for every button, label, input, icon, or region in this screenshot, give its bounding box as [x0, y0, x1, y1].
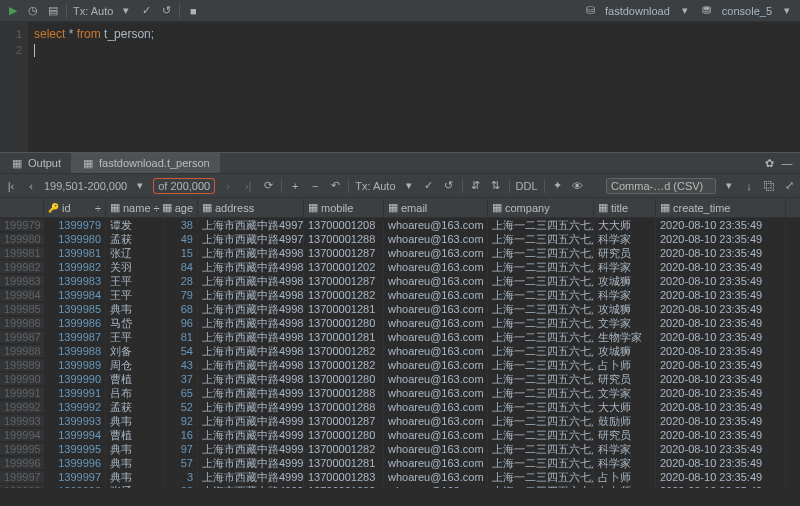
cell-address[interactable]: 上海市西藏中路4999!: [198, 400, 304, 415]
table-row[interactable]: 1999951399995典韦97上海市西藏中路4999!13700001282…: [0, 442, 800, 456]
cell-age[interactable]: 96: [164, 317, 198, 329]
cell-age[interactable]: 79: [164, 289, 198, 301]
cell-create-time[interactable]: 2020-08-10 23:35:49: [656, 289, 786, 301]
cell-company[interactable]: 上海一二三四五六七八九!: [488, 274, 594, 289]
cell-name[interactable]: 王平: [106, 274, 164, 289]
schedule-icon[interactable]: ◷: [26, 4, 40, 18]
pin-icon[interactable]: ✦: [551, 179, 565, 193]
cell-id[interactable]: 1399985: [44, 303, 106, 315]
cell-age[interactable]: 81: [164, 331, 198, 343]
stop-icon[interactable]: ■: [186, 4, 200, 18]
cell-name[interactable]: 孟获: [106, 232, 164, 247]
cell-address[interactable]: 上海市西藏中路4997!: [198, 232, 304, 247]
cell-title[interactable]: 鼓励师: [594, 414, 656, 429]
table-row[interactable]: 1999971399997典韦3上海市西藏中路4999!13700001283w…: [0, 470, 800, 484]
cell-create-time[interactable]: 2020-08-10 23:35:49: [656, 317, 786, 329]
cell-title[interactable]: 攻城狮: [594, 274, 656, 289]
tab-output[interactable]: ▦Output: [0, 153, 71, 173]
table-row[interactable]: 1999791399979谭发38上海市西藏中路4997!13700001208…: [0, 218, 800, 232]
cell-email[interactable]: whoareu@163.com: [384, 415, 488, 427]
cell-id[interactable]: 1399991: [44, 387, 106, 399]
table-row[interactable]: 1999881399988刘备54上海市西藏中路4998!13700001282…: [0, 344, 800, 358]
cell-email[interactable]: whoareu@163.com: [384, 457, 488, 469]
col-header-email[interactable]: ▦ email: [384, 198, 488, 217]
table-row[interactable]: 1999901399990曹植37上海市西藏中路4998!13700001280…: [0, 372, 800, 386]
cell-mobile[interactable]: 13700001288: [304, 401, 384, 413]
cell-create-time[interactable]: 2020-08-10 23:35:49: [656, 471, 786, 483]
cell-address[interactable]: 上海市西藏中路4998!: [198, 358, 304, 373]
gear-icon[interactable]: ✿: [763, 156, 777, 170]
cell-name[interactable]: 典韦: [106, 456, 164, 471]
cell-title[interactable]: 研究员: [594, 246, 656, 261]
cell-title[interactable]: 大大师: [594, 218, 656, 233]
cell-name[interactable]: 谭发: [106, 218, 164, 233]
cell-address[interactable]: 上海市西藏中路4997!: [198, 218, 304, 233]
cell-name[interactable]: 王平: [106, 288, 164, 303]
cell-company[interactable]: 上海一二三四五六七八九!: [488, 218, 594, 233]
cell-title[interactable]: 科学家: [594, 442, 656, 457]
table-row[interactable]: 1999841399984王平79上海市西藏中路4998!13700001282…: [0, 288, 800, 302]
cell-company[interactable]: 上海一二三四五六七八九!: [488, 442, 594, 457]
cell-email[interactable]: whoareu@163.com: [384, 233, 488, 245]
tx-mode-label[interactable]: Tx: Auto: [355, 180, 395, 192]
last-page-icon[interactable]: ›|: [241, 179, 255, 193]
cell-title[interactable]: 文学家: [594, 386, 656, 401]
table-row[interactable]: 1999911399991吕布65上海市西藏中路4999!13700001288…: [0, 386, 800, 400]
cell-create-time[interactable]: 2020-08-10 23:35:49: [656, 261, 786, 273]
cell-id[interactable]: 1399982: [44, 261, 106, 273]
cell-name[interactable]: 孟获: [106, 400, 164, 415]
chevron-down-icon[interactable]: ▾: [722, 179, 736, 193]
tab-result[interactable]: ▦fastdownload.t_person: [71, 153, 220, 173]
cell-title[interactable]: 占卜师: [594, 484, 656, 489]
cell-email[interactable]: whoareu@163.com: [384, 261, 488, 273]
delete-row-icon[interactable]: −: [308, 179, 322, 193]
cell-create-time[interactable]: 2020-08-10 23:35:49: [656, 415, 786, 427]
cell-create-time[interactable]: 2020-08-10 23:35:49: [656, 485, 786, 488]
cell-address[interactable]: 上海市西藏中路4998!: [198, 372, 304, 387]
cell-name[interactable]: 关羽: [106, 260, 164, 275]
cell-email[interactable]: whoareu@163.com: [384, 401, 488, 413]
table-row[interactable]: 1999871399987王平81上海市西藏中路4998!13700001281…: [0, 330, 800, 344]
cell-age[interactable]: 16: [164, 429, 198, 441]
cell-title[interactable]: 大大师: [594, 400, 656, 415]
cell-create-time[interactable]: 2020-08-10 23:35:49: [656, 303, 786, 315]
explain-icon[interactable]: ▤: [46, 4, 60, 18]
cell-id[interactable]: 1399979: [44, 219, 106, 231]
cell-name[interactable]: 周仓: [106, 358, 164, 373]
cell-age[interactable]: 65: [164, 387, 198, 399]
cell-email[interactable]: whoareu@163.com: [384, 219, 488, 231]
cell-title[interactable]: 文学家: [594, 316, 656, 331]
datasource-label[interactable]: fastdownload: [605, 5, 670, 17]
cell-name[interactable]: 曹植: [106, 372, 164, 387]
cell-title[interactable]: 攻城狮: [594, 344, 656, 359]
cell-create-time[interactable]: 2020-08-10 23:35:49: [656, 219, 786, 231]
cell-email[interactable]: whoareu@163.com: [384, 485, 488, 488]
cell-email[interactable]: whoareu@163.com: [384, 359, 488, 371]
cell-age[interactable]: 38: [164, 219, 198, 231]
cell-company[interactable]: 上海一二三四五六七八九!: [488, 316, 594, 331]
cell-name[interactable]: 曹植: [106, 428, 164, 443]
col-header-name[interactable]: ▦ name ÷: [106, 198, 164, 217]
cell-address[interactable]: 上海市西藏中路4998!: [198, 246, 304, 261]
cell-address[interactable]: 上海市西藏中路4999!: [198, 456, 304, 471]
cell-id[interactable]: 1399980: [44, 233, 106, 245]
cell-name[interactable]: 典韦: [106, 470, 164, 485]
cell-mobile[interactable]: 13700001282: [304, 485, 384, 488]
refresh-icon[interactable]: ⟳: [261, 179, 275, 193]
cell-address[interactable]: 上海市西藏中路4999!: [198, 414, 304, 429]
cell-create-time[interactable]: 2020-08-10 23:35:49: [656, 275, 786, 287]
cell-title[interactable]: 生物学家: [594, 330, 656, 345]
filter-icon[interactable]: ⇵: [469, 179, 483, 193]
cell-id[interactable]: 1399989: [44, 359, 106, 371]
cell-address[interactable]: 上海市西藏中路4999!: [198, 484, 304, 489]
cell-company[interactable]: 上海一二三四五六七八九!: [488, 386, 594, 401]
table-row[interactable]: 1999801399980孟获49上海市西藏中路4997!13700001288…: [0, 232, 800, 246]
cell-address[interactable]: 上海市西藏中路4999!: [198, 442, 304, 457]
cell-address[interactable]: 上海市西藏中路4998!: [198, 330, 304, 345]
cell-mobile[interactable]: 13700001287: [304, 247, 384, 259]
table-row[interactable]: 1999851399985典韦68上海市西藏中路4998!13700001281…: [0, 302, 800, 316]
table-row[interactable]: 1999921399992孟获52上海市西藏中路4999!13700001288…: [0, 400, 800, 414]
cell-id[interactable]: 1399983: [44, 275, 106, 287]
cell-name[interactable]: 张辽: [106, 246, 164, 261]
cell-company[interactable]: 上海一二三四五六七八九!: [488, 456, 594, 471]
